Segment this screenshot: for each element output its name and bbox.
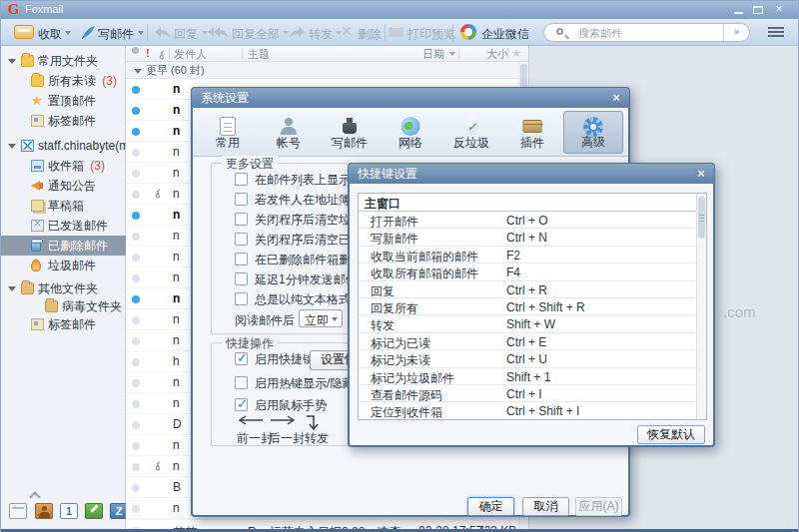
cancel-button[interactable]: 取消 (522, 497, 569, 516)
shortcut-row[interactable]: 标记为未读Ctrl + U (359, 350, 696, 367)
tab-gear[interactable]: 高级 (563, 111, 623, 154)
settings-dialog-titlebar[interactable]: 系统设置 × (192, 88, 629, 108)
common-icon (220, 117, 236, 136)
expand-arrow-icon[interactable] (8, 144, 16, 149)
sidebar-item-10[interactable]: 已删除邮件 (1, 236, 126, 256)
star-column-header[interactable]: ★ (511, 47, 521, 60)
reply-all-button[interactable]: 回复全部 (232, 26, 280, 43)
junk-icon (31, 260, 41, 271)
collapse-chevron-icon[interactable] (31, 491, 39, 499)
unread-dot-icon (132, 86, 140, 94)
more-setting-4-checkbox[interactable] (235, 233, 248, 246)
mail-sender-fragment: n (173, 291, 180, 305)
sidebar-item-11[interactable]: 垃圾邮件 (1, 256, 126, 275)
shortcut-row[interactable]: 收取当前邮箱的邮件F2 (359, 247, 696, 264)
more-setting-6-checkbox[interactable] (235, 272, 248, 285)
tab-compose[interactable]: 写邮件 (320, 111, 380, 154)
settings-close-icon[interactable]: × (608, 90, 624, 106)
expand-arrow-icon[interactable] (8, 286, 16, 291)
shortcut-keys: Ctrl + U (506, 352, 547, 366)
sidebar-item-7[interactable]: 通知公告 (1, 176, 126, 196)
shortcut-row[interactable]: 回复Ctrl + R (359, 281, 696, 298)
mail-group-row[interactable]: 更早 (60 封) (126, 62, 528, 79)
more-setting-2-checkbox[interactable] (235, 193, 248, 206)
shortcut-row[interactable]: 标记为已读Ctrl + E (359, 333, 696, 350)
sidebar-item-6[interactable]: 收件箱 (3) (1, 156, 126, 176)
status-column-icon[interactable] (132, 47, 139, 54)
shortcut-scrollbar[interactable] (696, 194, 706, 419)
more-setting-3-checkbox[interactable] (235, 213, 248, 226)
read-dot-icon (132, 442, 140, 450)
read-dot-icon (132, 191, 140, 199)
receive-dropdown-icon[interactable] (65, 31, 71, 35)
restore-default-button[interactable]: 恢复默认 (637, 425, 705, 444)
size-column-header[interactable]: 大小 (486, 47, 508, 62)
tab-shield[interactable]: ✓反垃圾 (441, 111, 501, 154)
shortcut-row[interactable]: 查看邮件源码Ctrl + I (359, 385, 696, 402)
shortcut-row[interactable]: 定位到收件箱Ctrl + Shift + I (359, 402, 696, 419)
priority-column-header[interactable]: ! (146, 47, 150, 59)
print-preview-button[interactable]: 打印预览 (407, 26, 455, 43)
sidebar-item-8[interactable]: 草稿箱 (1, 196, 126, 216)
read-dot-icon (132, 170, 140, 178)
sender-column-header[interactable]: 发件人 (174, 47, 207, 62)
mail-sender-fragment: n (173, 124, 180, 138)
sidebar-item-14[interactable]: 标签邮件 (1, 314, 126, 334)
list-view-icon[interactable] (768, 27, 784, 38)
compose-button[interactable]: 写邮件 (98, 26, 134, 43)
receive-button[interactable]: 收取 (38, 26, 62, 43)
shortcut-row[interactable]: 打开邮件Ctrl + O (359, 212, 696, 229)
sidebar-item-4[interactable]: 标签邮件 (1, 111, 126, 131)
search-box[interactable]: » (543, 23, 750, 42)
sidebar-item-12[interactable]: 其他文件夹 (1, 278, 126, 298)
tab-common[interactable]: 常用 (198, 111, 258, 154)
quick-op-3-checkbox[interactable] (235, 398, 248, 411)
tab-net[interactable]: 网络 (381, 111, 440, 154)
maximize-button[interactable] (752, 6, 765, 15)
shortcut-close-icon[interactable]: × (693, 166, 709, 182)
contacts-tab-icon[interactable] (35, 503, 53, 519)
shortcut-row[interactable]: 标记为垃圾邮件Shift + 1 (359, 368, 696, 385)
more-setting-5-checkbox[interactable] (235, 253, 248, 266)
read-after-dropdown[interactable]: 立即 (299, 309, 343, 327)
sidebar-item-2[interactable]: 所有未读 (3) (1, 71, 126, 91)
more-setting-7-checkbox[interactable] (235, 292, 248, 305)
shortcut-row[interactable]: 收取所有邮箱的邮件F4 (359, 264, 696, 280)
ok-button[interactable]: 确定 (467, 497, 514, 516)
forward-button[interactable]: 转发 (309, 26, 333, 43)
scrollbar-thumb[interactable] (698, 197, 705, 239)
shortcut-row[interactable]: 写新邮件Ctrl + N (359, 229, 696, 246)
minimize-button[interactable] (733, 6, 746, 15)
more-setting-1-checkbox[interactable] (235, 173, 248, 186)
wework-button[interactable]: 企业微信 (481, 26, 529, 43)
mail-tab-icon[interactable] (9, 503, 27, 519)
notes-tab-icon[interactable] (85, 503, 103, 519)
apply-button[interactable]: 应用(A) (575, 497, 622, 516)
tab-account[interactable]: 帐号 (259, 111, 319, 154)
sidebar-item-1[interactable]: 常用文件夹 (1, 51, 126, 71)
plugin-icon (523, 120, 542, 133)
reply-all-icon (207, 25, 229, 39)
shortcut-row[interactable]: 转发Shift + W (359, 315, 696, 332)
attachment-column-icon[interactable] (157, 48, 166, 60)
quick-op-2-checkbox[interactable] (235, 376, 248, 389)
search-input[interactable] (578, 25, 738, 40)
search-expand-chevron-icon[interactable]: » (723, 24, 749, 41)
reply-button[interactable]: 回复 (174, 26, 198, 43)
subject-column-header[interactable]: 主题 (248, 47, 270, 62)
sidebar-item-3[interactable]: ★置顶邮件 (1, 91, 126, 111)
quick-op-1-checkbox[interactable] (235, 352, 248, 365)
expand-arrow-icon[interactable] (8, 59, 16, 64)
sidebar-item-9[interactable]: 已发送邮件 (1, 216, 126, 236)
tab-plugin[interactable]: 插件 (502, 111, 562, 154)
calendar-tab-icon[interactable]: 1 (60, 503, 78, 519)
shortcut-row[interactable]: 回复所有Ctrl + Shift + R (359, 298, 696, 315)
date-column-header[interactable]: 日期 (422, 47, 444, 62)
group-collapse-icon[interactable] (134, 69, 142, 74)
delete-button[interactable]: 删除 (358, 26, 382, 43)
close-button[interactable]: × (772, 2, 786, 16)
sidebar-item-13[interactable]: 病毒文件夹 (1, 296, 126, 316)
shortcut-dialog-titlebar[interactable]: 快捷键设置 × (349, 164, 714, 184)
sidebar-item-5[interactable]: staff.chinabyte(miaomi... (1, 136, 126, 156)
compose-dropdown-icon[interactable] (138, 31, 144, 35)
